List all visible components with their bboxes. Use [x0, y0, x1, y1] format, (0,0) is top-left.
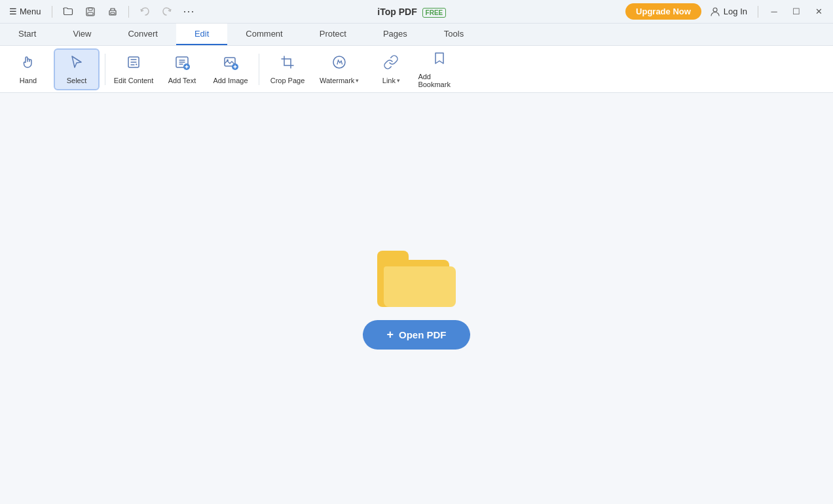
crop-page-label: Crop Page	[270, 77, 305, 84]
toolbar-separator-2	[259, 54, 259, 85]
watermark-button[interactable]: Watermark ▾	[313, 49, 365, 90]
link-icon	[383, 54, 399, 74]
minimize-button[interactable]: ─	[765, 3, 783, 21]
folder-illustration	[377, 248, 456, 307]
svg-point-5	[713, 8, 717, 12]
watermark-dropdown-arrow: ▾	[356, 77, 359, 84]
plus-icon: +	[386, 328, 394, 342]
upgrade-button[interactable]: Upgrade Now	[625, 3, 701, 20]
tab-edit[interactable]: Edit	[176, 24, 227, 45]
nav-tabs: Start View Convert Edit Comment Protect …	[0, 24, 833, 46]
more-options-button[interactable]: ···	[180, 3, 198, 21]
tab-comment[interactable]: Comment	[227, 24, 301, 45]
open-pdf-button[interactable]: + Open PDF	[363, 320, 470, 350]
folder-front	[384, 266, 456, 307]
add-bookmark-icon	[432, 50, 447, 70]
hamburger-icon: ☰	[9, 7, 17, 16]
link-label: Link	[382, 77, 396, 84]
add-image-icon	[223, 54, 238, 74]
title-bar: ☰ Menu ··· i	[0, 0, 833, 24]
add-text-label: Add Text	[168, 77, 196, 84]
select-tool-button[interactable]: Select	[54, 48, 100, 90]
crop-page-icon	[280, 54, 295, 74]
svg-rect-2	[88, 12, 93, 15]
open-pdf-area: + Open PDF	[363, 248, 470, 350]
redo-button[interactable]	[158, 3, 176, 21]
select-tool-label: Select	[67, 77, 87, 84]
toolbar: Hand Select Edit Content	[0, 46, 833, 93]
edit-content-label: Edit Content	[114, 77, 154, 84]
separator	[758, 6, 758, 18]
close-button[interactable]: ✕	[809, 3, 828, 21]
crop-page-button[interactable]: Crop Page	[265, 48, 310, 90]
save-button[interactable]	[81, 3, 100, 21]
link-button[interactable]: Link ▾	[368, 49, 414, 90]
separator	[128, 6, 129, 18]
hand-tool-button[interactable]: Hand	[5, 48, 51, 90]
add-image-label: Add Image	[213, 77, 248, 84]
menu-button[interactable]: ☰ Menu	[5, 4, 45, 19]
svg-rect-1	[88, 8, 92, 10]
undo-button[interactable]	[136, 3, 154, 21]
login-label: Log In	[724, 7, 747, 16]
add-bookmark-label: Add Bookmark	[418, 73, 461, 88]
free-badge: FREE	[422, 8, 447, 18]
separator	[52, 6, 52, 18]
select-icon	[69, 54, 84, 74]
tab-start[interactable]: Start	[0, 24, 54, 45]
add-image-button[interactable]: Add Image	[208, 48, 253, 90]
toolbar-separator-1	[105, 54, 105, 85]
hand-icon	[20, 54, 36, 74]
hand-tool-label: Hand	[20, 77, 37, 84]
main-content: + Open PDF	[0, 93, 833, 504]
tab-convert[interactable]: Convert	[109, 24, 176, 45]
svg-rect-4	[111, 12, 115, 14]
link-dropdown-arrow: ▾	[397, 77, 400, 84]
edit-content-button[interactable]: Edit Content	[111, 48, 157, 90]
maximize-button[interactable]: ☐	[787, 3, 805, 21]
login-area[interactable]: Log In	[705, 3, 751, 20]
edit-content-icon	[126, 54, 141, 74]
open-file-button[interactable]	[59, 3, 77, 21]
add-text-icon	[174, 54, 190, 74]
menu-label: Menu	[20, 7, 41, 16]
add-bookmark-button[interactable]: Add Bookmark	[417, 48, 462, 90]
watermark-label: Watermark	[320, 77, 354, 84]
add-text-button[interactable]: Add Text	[159, 48, 205, 90]
tab-tools[interactable]: Tools	[426, 24, 482, 45]
open-pdf-label: Open PDF	[399, 329, 447, 340]
tab-view[interactable]: View	[54, 24, 109, 45]
print-button[interactable]	[103, 3, 122, 21]
tab-protect[interactable]: Protect	[301, 24, 365, 45]
watermark-icon	[331, 54, 347, 74]
app-title: iTop PDF FREE	[202, 7, 622, 17]
tab-pages[interactable]: Pages	[365, 24, 426, 45]
